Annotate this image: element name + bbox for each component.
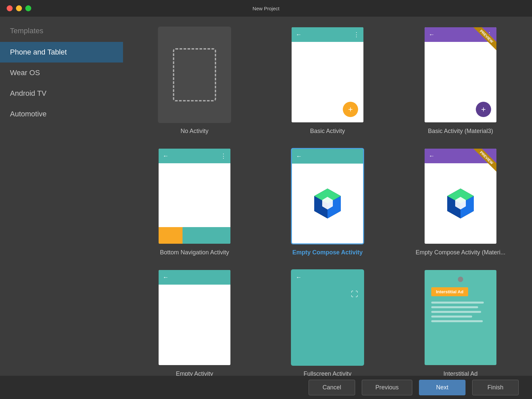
tab-active xyxy=(159,227,183,244)
tab-3 xyxy=(206,227,230,244)
window-title: New Project xyxy=(253,6,280,11)
template-preview-empty-compose-m3: ← PREVIEW xyxy=(424,148,497,244)
template-empty-compose[interactable]: ← xyxy=(269,148,386,256)
sidebar-item-android-tv[interactable]: Android TV xyxy=(0,83,123,104)
close-button[interactable] xyxy=(7,5,13,11)
back-icon-empty: ← xyxy=(163,274,169,281)
previous-button[interactable]: Previous xyxy=(362,380,412,395)
camera-dot-icon xyxy=(458,277,463,282)
interstitial-ad-label: Interstitial Ad xyxy=(431,287,468,296)
template-no-activity[interactable]: No Activity xyxy=(136,27,253,135)
sidebar-item-wear-os[interactable]: Wear OS xyxy=(0,63,123,83)
minimize-button[interactable] xyxy=(16,5,22,11)
window-controls xyxy=(7,5,31,11)
empty-activity-body xyxy=(159,285,230,365)
compose-m3-body xyxy=(425,163,496,244)
compose-logo-icon xyxy=(311,187,344,220)
ad-line-3 xyxy=(431,311,481,313)
cancel-button[interactable]: Cancel xyxy=(309,380,355,395)
template-preview-basic: ← ⋮ + xyxy=(291,27,364,123)
template-label-fullscreen: Fullscreen Activity xyxy=(304,370,351,376)
template-label-empty-activity: Empty Activity xyxy=(176,370,213,376)
template-empty-activity[interactable]: ← Empty Activity xyxy=(136,269,253,376)
template-preview-empty-compose: ← xyxy=(291,148,364,244)
more-icon-bn: ⋮ xyxy=(220,152,226,160)
template-preview-empty-activity: ← xyxy=(158,269,231,366)
bottom-nav-bar xyxy=(159,227,230,244)
ad-line-5 xyxy=(431,320,483,322)
ad-line-2 xyxy=(431,306,478,308)
template-preview-interstitial: Interstitial Ad xyxy=(424,269,497,366)
bottom-nav-toolbar: ← ⋮ xyxy=(159,149,230,163)
compose-toolbar: ← xyxy=(292,149,363,164)
back-icon: ← xyxy=(296,31,302,38)
back-icon-compose-m3: ← xyxy=(429,153,435,160)
ad-line-4 xyxy=(431,316,472,318)
template-preview-no-activity xyxy=(158,27,231,123)
basic-m3-body: + xyxy=(425,42,496,122)
bottom-bar: Cancel Previous Next Finish xyxy=(0,376,532,399)
basic-m3-toolbar: ← ⋮ xyxy=(425,27,496,42)
template-label-basic-m3: Basic Activity (Material3) xyxy=(428,128,493,135)
templates-grid: No Activity ← ⋮ + Basic Activity xyxy=(136,27,519,376)
basic-body: + xyxy=(292,42,363,122)
template-preview-basic-m3: ← ⋮ + PREVIEW xyxy=(424,27,497,123)
compose-m3-logo-icon xyxy=(444,187,477,220)
sidebar-item-phone-tablet[interactable]: Phone and Tablet xyxy=(0,42,123,63)
next-button[interactable]: Next xyxy=(419,380,466,395)
template-basic-activity[interactable]: ← ⋮ + Basic Activity xyxy=(269,27,386,135)
sidebar-header: Templates xyxy=(0,23,123,42)
template-empty-compose-m3[interactable]: ← PREVIEW xyxy=(402,148,519,256)
template-basic-m3[interactable]: ← ⋮ + PREVIEW Basic Activity (Material3) xyxy=(402,27,519,135)
template-interstitial-ad[interactable]: Interstitial Ad Interstitial Ad xyxy=(402,269,519,376)
main-content: Templates Phone and Tablet Wear OS Andro… xyxy=(0,17,532,376)
more-icon: ⋮ xyxy=(353,31,359,38)
fullscreen-toolbar: ← xyxy=(292,270,363,285)
template-label-bottom-nav: Bottom Navigation Activity xyxy=(160,249,229,256)
content-area: No Activity ← ⋮ + Basic Activity xyxy=(123,17,532,376)
back-icon-compose: ← xyxy=(296,153,302,160)
template-label-interstitial: Interstitial Ad xyxy=(443,370,477,376)
finish-button[interactable]: Finish xyxy=(472,380,519,395)
bottom-nav-body xyxy=(159,163,230,227)
sidebar-item-automotive[interactable]: Automotive xyxy=(0,104,123,124)
dashed-box-icon xyxy=(173,48,216,101)
fullscreen-icon: ⛶ xyxy=(351,290,358,299)
empty-activity-toolbar: ← xyxy=(159,270,230,285)
titlebar: New Project xyxy=(0,0,532,17)
sidebar: Templates Phone and Tablet Wear OS Andro… xyxy=(0,17,123,376)
template-preview-bottom-nav: ← ⋮ xyxy=(158,148,231,244)
basic-toolbar: ← ⋮ xyxy=(292,27,363,42)
back-icon-m3: ← xyxy=(429,31,435,38)
template-label-empty-compose-m3: Empty Compose Activity (Materi... xyxy=(416,249,505,256)
more-icon-m3: ⋮ xyxy=(486,31,492,38)
template-label-empty-compose: Empty Compose Activity xyxy=(292,249,362,256)
template-fullscreen[interactable]: ← ⛶ Fullscreen Activity xyxy=(269,269,386,376)
template-preview-fullscreen: ← ⛶ xyxy=(291,269,364,366)
compose-body xyxy=(311,164,344,243)
back-icon-fs: ← xyxy=(296,274,302,281)
fab-m3[interactable]: + xyxy=(476,102,491,117)
template-label-basic: Basic Activity xyxy=(310,128,345,135)
ad-content-lines xyxy=(431,302,490,322)
tab-2 xyxy=(183,227,206,244)
compose-m3-toolbar: ← xyxy=(425,149,496,163)
maximize-button[interactable] xyxy=(25,5,31,11)
template-bottom-nav[interactable]: ← ⋮ Bottom Navigation Activity xyxy=(136,148,253,256)
fab-button[interactable]: + xyxy=(343,102,358,117)
back-icon-bn: ← xyxy=(163,153,169,160)
template-label-no-activity: No Activity xyxy=(181,128,208,135)
ad-line-1 xyxy=(431,302,484,304)
